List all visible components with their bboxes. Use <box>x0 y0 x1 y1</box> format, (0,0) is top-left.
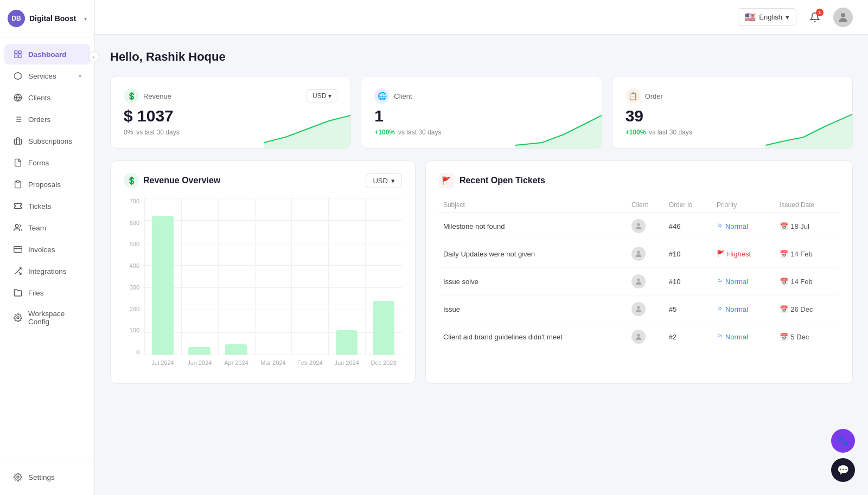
client-avatar-icon <box>631 219 646 233</box>
main-content: Hello, Rashik Hoque 💲 Revenue USD ▾ $ 10… <box>95 35 868 495</box>
main-area: 🇺🇸 English ▾ 1 Hello, Rashik Hoque 💲 Rev… <box>95 0 868 495</box>
brand-logo: DB <box>8 10 25 27</box>
svg-point-29 <box>637 334 640 337</box>
priority-flag-icon: 🏳 <box>717 278 723 285</box>
table-row: Issue #5 🏳 Normal 📅 26 Dec <box>439 295 839 323</box>
card-currency-revenue[interactable]: USD ▾ <box>307 89 337 102</box>
sidebar-item-dashboard[interactable]: Dashboard <box>4 44 90 65</box>
sidebar-item-integrations[interactable]: Integrations <box>4 261 90 281</box>
bar-group <box>365 198 402 355</box>
topbar: 🇺🇸 English ▾ 1 <box>95 0 868 35</box>
sidebar-item-proposals[interactable]: Proposals <box>4 174 90 195</box>
brand-chevron-icon[interactable]: ▾ <box>84 16 87 22</box>
svg-rect-1 <box>18 51 21 54</box>
lang-chevron-icon: ▾ <box>786 13 789 21</box>
flag-icon: 🇺🇸 <box>745 12 756 22</box>
bar-chart-area: 7006005004003002001000 Jul 2024Jun 2024A… <box>124 198 402 371</box>
ticket-order-id: #2 <box>665 323 712 351</box>
sidebar-item-subscriptions[interactable]: Subscriptions <box>4 131 90 151</box>
svg-point-21 <box>841 13 845 17</box>
svg-point-25 <box>637 223 640 226</box>
sidebar-item-orders[interactable]: Orders <box>4 109 90 130</box>
language-selector[interactable]: 🇺🇸 English ▾ <box>738 8 796 26</box>
sidebar-item-label: Files <box>28 289 44 297</box>
svg-rect-2 <box>15 55 17 57</box>
sidebar-item-label: Tickets <box>28 202 51 210</box>
calendar-icon: 📅 <box>780 278 788 286</box>
sidebar-item-services[interactable]: Services ▾ <box>4 66 90 86</box>
orders-icon <box>13 114 23 124</box>
ticket-flag-icon: 🚩 <box>439 173 454 188</box>
ticket-client <box>627 295 665 323</box>
priority-label: 🏳 Normal <box>717 333 771 341</box>
y-axis-label: 500 <box>130 241 143 247</box>
x-axis-label: Jan 2024 <box>328 355 365 371</box>
ticket-subject: Client aid brand guidelines didn't meet <box>439 323 627 351</box>
sidebar-item-tickets[interactable]: Tickets <box>4 196 90 216</box>
ticket-priority: 🏳 Normal <box>712 268 775 295</box>
sidebar-item-team[interactable]: Team <box>4 217 90 238</box>
card-icon-client: 🌐 <box>374 88 390 104</box>
sidebar-collapse-button[interactable]: ‹ <box>88 52 99 62</box>
ticket-date: 📅 18 Jul <box>775 213 839 240</box>
ticket-priority: 🚩 Highest <box>712 240 775 268</box>
chart-title-row: 💲 Revenue Overview <box>124 173 220 188</box>
svg-marker-22 <box>264 115 350 148</box>
sidebar-item-label: Proposals <box>28 181 61 189</box>
calendar-icon: 📅 <box>780 333 788 341</box>
team-icon <box>13 223 23 233</box>
card-header: 💲 Revenue USD ▾ <box>124 88 337 104</box>
user-avatar[interactable] <box>833 8 853 27</box>
chat-widget-purple[interactable]: 🐾 <box>831 429 855 453</box>
date-cell: 📅 14 Feb <box>780 278 835 286</box>
sidebar-item-clients[interactable]: Clients <box>4 87 90 108</box>
svg-marker-24 <box>765 114 852 148</box>
ticket-date: 📅 14 Feb <box>775 240 839 268</box>
workspace-icon <box>13 313 23 323</box>
sidebar-item-label: Orders <box>28 115 50 124</box>
page-greeting: Hello, Rashik Hoque <box>110 50 853 64</box>
clients-icon <box>13 93 23 102</box>
client-avatar-icon <box>631 302 646 316</box>
y-axis-label: 400 <box>130 262 143 269</box>
chat-widget-dark[interactable]: 💬 <box>831 458 855 482</box>
sidebar-item-label: Workspace Config <box>28 310 81 326</box>
chart-currency-select[interactable]: USD ▾ <box>366 173 401 188</box>
calendar-icon: 📅 <box>780 222 788 230</box>
sidebar-item-files[interactable]: Files <box>4 282 90 303</box>
ticket-date: 📅 14 Feb <box>775 268 839 295</box>
svg-point-14 <box>15 224 18 227</box>
tickets-table: SubjectClientOrder IdPriorityIssued Date… <box>439 198 839 350</box>
sidebar-item-settings[interactable]: Settings <box>4 467 90 487</box>
calendar-icon: 📅 <box>780 250 788 258</box>
card-badge-order: +100% <box>626 128 646 136</box>
sidebar-item-forms[interactable]: Forms <box>4 152 90 173</box>
date-cell: 📅 18 Jul <box>780 222 835 230</box>
notification-button[interactable]: 1 <box>805 8 825 27</box>
card-header: 🌐 Client <box>374 88 588 104</box>
priority-flag-icon: 🚩 <box>717 250 725 258</box>
sidebar-item-label: Settings <box>28 473 55 481</box>
bottom-grid: 💲 Revenue Overview USD ▾ 700600500400300… <box>110 160 853 384</box>
currency-label: USD <box>312 92 326 100</box>
currency-chevron: ▾ <box>328 92 331 100</box>
sidebar-item-workspace[interactable]: Workspace Config <box>4 304 90 331</box>
x-axis-label: Jul 2024 <box>144 355 181 371</box>
bar-group <box>144 198 181 355</box>
bar-Jun 2024 <box>188 347 210 355</box>
chart-currency-label: USD <box>373 177 387 185</box>
x-axis-label: Jun 2024 <box>181 355 218 371</box>
date-cell: 📅 5 Dec <box>780 333 835 341</box>
table-row: Milestone not found #46 🏳 Normal 📅 18 Ju… <box>439 213 839 240</box>
card-icon-revenue: 💲 <box>124 88 139 104</box>
priority-flag-icon: 🏳 <box>717 305 723 313</box>
tickets-title: Recent Open Tickets <box>459 176 545 185</box>
card-comparison-client: vs last 30 days <box>398 128 441 136</box>
sidebar-item-invoices[interactable]: Invoices <box>4 239 90 260</box>
card-badge-client: +100% <box>374 128 395 136</box>
invoices-icon <box>13 245 23 254</box>
services-chevron-icon: ▾ <box>79 73 81 79</box>
ticket-subject: Issue <box>439 295 627 323</box>
tickets-col-header: Order Id <box>665 198 712 213</box>
bar-Jul 2024 <box>152 216 174 355</box>
